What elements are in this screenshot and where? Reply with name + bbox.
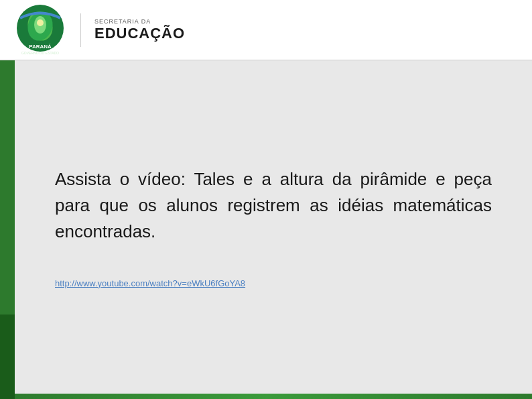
header-divider — [80, 13, 81, 47]
youtube-link[interactable]: http://www.youtube.com/watch?v=eWkU6fGoY… — [55, 278, 492, 288]
main-paragraph: Assista o vídeo: Tales e a altura da pir… — [55, 166, 492, 245]
svg-text:GOVERNO DO ESTADO: GOVERNO DO ESTADO — [21, 51, 59, 55]
svg-text:PARANÁ: PARANÁ — [29, 44, 52, 50]
left-accent-bar — [0, 60, 15, 399]
educacao-label: EDUCAÇÃO — [94, 25, 185, 42]
logo-area: PARANÁ GOVERNO DO ESTADO SECRETARIA DA E… — [13, 5, 185, 55]
svg-point-4 — [37, 19, 44, 26]
slide-container: PARANÁ GOVERNO DO ESTADO SECRETARIA DA E… — [0, 0, 532, 399]
header: PARANÁ GOVERNO DO ESTADO SECRETARIA DA E… — [0, 0, 532, 60]
bar-green-bottom — [0, 315, 15, 399]
bar-green-top — [0, 60, 15, 315]
parana-logo-icon: PARANÁ GOVERNO DO ESTADO — [13, 5, 67, 55]
bottom-border — [0, 394, 532, 399]
main-content: Assista o vídeo: Tales e a altura da pir… — [15, 60, 532, 394]
secretaria-branding: SECRETARIA DA EDUCAÇÃO — [94, 18, 185, 42]
secretaria-da-label: SECRETARIA DA — [94, 18, 185, 25]
